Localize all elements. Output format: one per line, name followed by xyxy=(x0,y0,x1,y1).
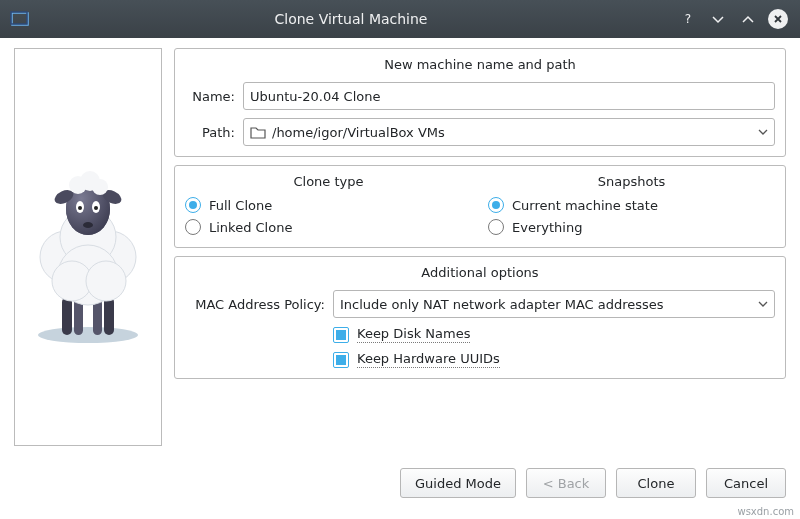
maximize-button[interactable] xyxy=(736,7,760,31)
path-combo[interactable]: /home/igor/VirtualBox VMs xyxy=(243,118,775,146)
radio-icon xyxy=(185,219,201,235)
watermark: wsxdn.com xyxy=(737,506,794,517)
radio-everything[interactable]: Everything xyxy=(488,219,775,235)
keep-hardware-uuids-label: Keep Hardware UUIDs xyxy=(357,351,500,368)
radio-icon xyxy=(488,219,504,235)
clone-type-title: Clone type xyxy=(185,174,472,189)
clone-button[interactable]: Clone xyxy=(616,468,696,498)
close-button[interactable] xyxy=(766,7,790,31)
guided-mode-label: Guided Mode xyxy=(415,476,501,491)
radio-everything-label: Everything xyxy=(512,220,582,235)
mac-policy-value: Include only NAT network adapter MAC add… xyxy=(340,297,664,312)
mac-policy-label: MAC Address Policy: xyxy=(185,297,325,312)
radio-current-state-label: Current machine state xyxy=(512,198,658,213)
svg-rect-4 xyxy=(62,297,72,335)
radio-full-clone[interactable]: Full Clone xyxy=(185,197,472,213)
svg-rect-5 xyxy=(104,297,114,335)
svg-rect-0 xyxy=(12,13,28,25)
radio-icon xyxy=(185,197,201,213)
back-label: < Back xyxy=(543,476,590,491)
svg-rect-1 xyxy=(11,12,27,24)
help-button[interactable]: ? xyxy=(676,7,700,31)
svg-point-24 xyxy=(94,206,98,210)
minimize-button[interactable] xyxy=(706,7,730,31)
svg-point-20 xyxy=(92,179,108,195)
path-label: Path: xyxy=(185,125,235,140)
snapshots-title: Snapshots xyxy=(488,174,775,189)
mac-policy-combo[interactable]: Include only NAT network adapter MAC add… xyxy=(333,290,775,318)
wizard-sidebar-image xyxy=(14,48,162,446)
group-name-and-path: New machine name and path Name: Path: /h… xyxy=(174,48,786,157)
button-bar: Guided Mode < Back Clone Cancel xyxy=(0,468,800,504)
svg-point-23 xyxy=(78,206,82,210)
radio-linked-clone[interactable]: Linked Clone xyxy=(185,219,472,235)
svg-point-3 xyxy=(38,327,138,343)
group-clone-type-snapshots: Clone type Full Clone Linked Clone Snaps… xyxy=(174,165,786,248)
svg-text:?: ? xyxy=(685,12,691,26)
keep-disk-names-label: Keep Disk Names xyxy=(357,326,470,343)
svg-point-25 xyxy=(83,222,93,228)
radio-icon xyxy=(488,197,504,213)
checkbox-keep-hardware-uuids[interactable]: Keep Hardware UUIDs xyxy=(333,351,500,368)
checkbox-icon xyxy=(333,327,349,343)
clone-label: Clone xyxy=(638,476,675,491)
group-additional-options: Additional options MAC Address Policy: I… xyxy=(174,256,786,379)
radio-current-state[interactable]: Current machine state xyxy=(488,197,775,213)
form-area: New machine name and path Name: Path: /h… xyxy=(174,48,786,466)
folder-icon xyxy=(250,125,266,139)
radio-full-clone-label: Full Clone xyxy=(209,198,272,213)
additional-options-title: Additional options xyxy=(185,265,775,280)
group-title-name-path: New machine name and path xyxy=(185,57,775,72)
dialog-body: New machine name and path Name: Path: /h… xyxy=(0,38,800,468)
virtualbox-app-icon xyxy=(8,7,32,31)
name-label: Name: xyxy=(185,89,235,104)
cancel-button[interactable]: Cancel xyxy=(706,468,786,498)
guided-mode-button[interactable]: Guided Mode xyxy=(400,468,516,498)
radio-linked-clone-label: Linked Clone xyxy=(209,220,292,235)
window-title: Clone Virtual Machine xyxy=(32,11,670,27)
chevron-down-icon xyxy=(758,299,768,309)
name-input[interactable] xyxy=(243,82,775,110)
path-value: /home/igor/VirtualBox VMs xyxy=(272,125,445,140)
svg-point-13 xyxy=(86,261,126,301)
checkbox-keep-disk-names[interactable]: Keep Disk Names xyxy=(333,326,470,343)
titlebar: Clone Virtual Machine ? xyxy=(0,0,800,38)
back-button[interactable]: < Back xyxy=(526,468,606,498)
chevron-down-icon xyxy=(758,127,768,137)
checkbox-icon xyxy=(333,352,349,368)
cancel-label: Cancel xyxy=(724,476,768,491)
sheep-illustration-icon xyxy=(18,147,158,347)
close-icon xyxy=(768,9,788,29)
